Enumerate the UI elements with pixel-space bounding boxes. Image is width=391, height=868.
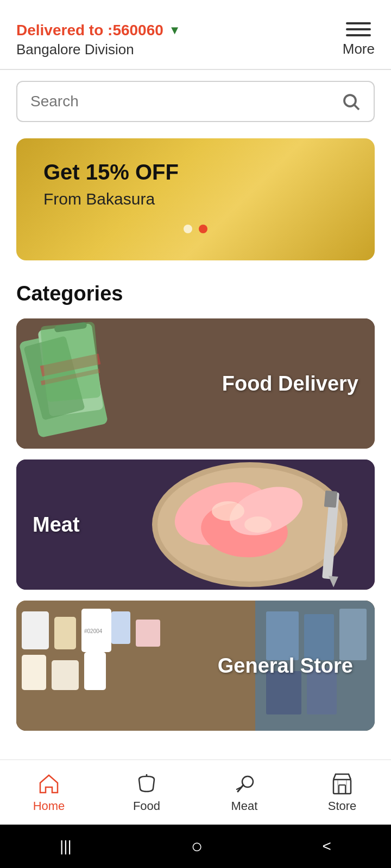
- svg-point-16: [244, 516, 272, 533]
- promo-title: Get 15% OFF: [43, 160, 348, 184]
- search-container: [16, 81, 375, 122]
- svg-rect-25: [52, 660, 79, 690]
- svg-rect-33: [266, 671, 301, 714]
- svg-point-15: [212, 501, 244, 521]
- promo-dot-2[interactable]: [199, 225, 207, 233]
- promo-dots: [43, 225, 348, 233]
- svg-rect-39: [339, 785, 345, 794]
- svg-rect-6: [40, 354, 101, 376]
- search-box[interactable]: [16, 81, 375, 122]
- search-icon: [341, 92, 361, 111]
- more-label: More: [343, 41, 375, 58]
- bottom-nav: Home Food Meat Store: [0, 760, 391, 825]
- svg-line-1: [355, 105, 359, 110]
- promo-subtitle: From Bakasura: [43, 190, 348, 208]
- header-divider: [0, 69, 391, 70]
- meat-label: Meat: [33, 513, 80, 537]
- svg-rect-26: [84, 652, 106, 690]
- delivered-to-text: Delivered to :560060: [16, 22, 163, 39]
- division-text: Bangalore Division: [16, 41, 181, 58]
- general-store-label: General Store: [218, 654, 353, 678]
- dropdown-arrow[interactable]: ▼: [169, 23, 181, 37]
- delivered-to[interactable]: Delivered to :560060 ▼: [16, 22, 181, 39]
- more-button[interactable]: More: [343, 22, 375, 58]
- categories-section: Categories Food Delivery: [0, 277, 391, 731]
- search-input[interactable]: [30, 93, 341, 110]
- nav-store-label: Store: [328, 799, 357, 813]
- svg-rect-28: [136, 620, 160, 647]
- promo-banner[interactable]: Get 15% OFF From Bakasura: [16, 138, 375, 260]
- svg-rect-31: [304, 614, 334, 660]
- svg-rect-18: [324, 490, 338, 508]
- svg-rect-27: [111, 611, 130, 644]
- promo-dot-1[interactable]: [184, 225, 192, 233]
- android-back-button[interactable]: <: [323, 838, 331, 855]
- svg-text:#02004: #02004: [84, 628, 103, 634]
- nav-item-meat[interactable]: Meat: [195, 767, 293, 819]
- svg-point-0: [344, 95, 356, 106]
- svg-rect-21: [22, 611, 49, 649]
- header: Delivered to :560060 ▼ Bangalore Divisio…: [0, 0, 391, 69]
- nav-item-store[interactable]: Store: [293, 767, 391, 819]
- android-home-button[interactable]: ○: [191, 835, 203, 858]
- nav-item-food[interactable]: Food: [98, 767, 195, 819]
- nav-item-home[interactable]: Home: [0, 767, 98, 819]
- category-card-meat[interactable]: Meat: [16, 459, 375, 590]
- category-card-food-delivery[interactable]: Food Delivery: [16, 318, 375, 449]
- nav-meat-label: Meat: [231, 799, 258, 813]
- meat-icon: [232, 772, 256, 796]
- header-left: Delivered to :560060 ▼ Bangalore Divisio…: [16, 22, 181, 58]
- categories-title: Categories: [16, 282, 375, 305]
- store-icon: [330, 772, 354, 796]
- svg-rect-24: [22, 655, 46, 690]
- svg-rect-22: [54, 617, 76, 649]
- android-nav: ||| ○ <: [0, 825, 391, 868]
- nav-food-label: Food: [133, 799, 160, 813]
- svg-rect-32: [339, 609, 367, 660]
- android-recent-button[interactable]: |||: [60, 838, 72, 855]
- food-icon: [135, 772, 159, 796]
- home-icon: [37, 772, 61, 796]
- hamburger-icon: [346, 22, 371, 36]
- svg-rect-38: [333, 780, 351, 794]
- category-card-general[interactable]: #02004 General Store: [16, 601, 375, 731]
- svg-rect-30: [266, 611, 299, 660]
- nav-home-label: Home: [33, 799, 65, 813]
- food-delivery-label: Food Delivery: [222, 372, 358, 395]
- svg-rect-7: [41, 368, 100, 385]
